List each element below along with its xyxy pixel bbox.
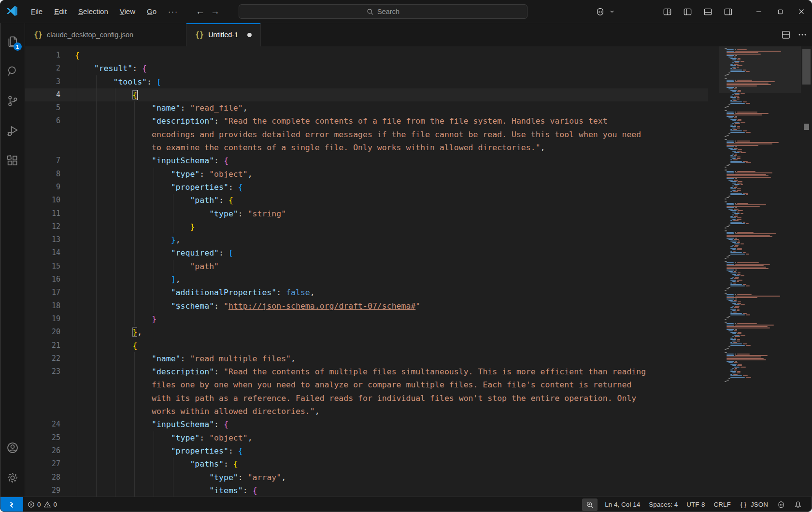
- copilot-status-icon[interactable]: [772, 497, 790, 512]
- cursor-position[interactable]: Ln 4, Col 14: [600, 497, 644, 512]
- indent-guide: [134, 313, 135, 326]
- code-row[interactable]: 3 "tools": [: [25, 75, 708, 88]
- menu-selection[interactable]: Selection: [73, 5, 113, 17]
- code-row[interactable]: 23 "description": "Read the contents of …: [25, 365, 708, 378]
- menu-overflow-icon[interactable]: ···: [163, 5, 183, 17]
- close-button[interactable]: [791, 0, 812, 23]
- code-row[interactable]: 11 "type": "string": [25, 207, 708, 220]
- menu-file[interactable]: File: [26, 5, 47, 17]
- code-row[interactable]: 21 {: [25, 339, 708, 352]
- code-row[interactable]: 14 "required": [: [25, 246, 708, 259]
- code-row[interactable]: 13 },: [25, 233, 708, 246]
- command-center-search[interactable]: Search: [239, 4, 527, 19]
- code-row[interactable]: 18 "$schema": "http://json-schema.org/dr…: [25, 299, 708, 313]
- code-row[interactable]: 4 {: [25, 88, 708, 101]
- indent-guide: [154, 260, 154, 273]
- code-row[interactable]: 15 "path": [25, 260, 708, 273]
- run-debug-icon[interactable]: [0, 116, 25, 146]
- indent-guide: [96, 154, 97, 167]
- indent-guide: [96, 313, 97, 326]
- account-icon[interactable]: [0, 433, 25, 463]
- remote-indicator[interactable]: [0, 497, 23, 512]
- code-row[interactable]: 24 "inputSchema": {: [25, 418, 708, 431]
- minimap[interactable]: [719, 46, 801, 497]
- toggle-secondary-sidebar-icon[interactable]: [720, 4, 736, 19]
- encoding-indicator[interactable]: UTF-8: [682, 497, 709, 512]
- line-number: 4: [25, 88, 69, 101]
- eol-indicator[interactable]: CRLF: [709, 497, 735, 512]
- navigate-back-icon[interactable]: ←: [196, 6, 205, 17]
- notifications-bell-icon[interactable]: [790, 497, 806, 512]
- menu-view[interactable]: View: [115, 5, 140, 17]
- menu-edit[interactable]: Edit: [49, 5, 71, 17]
- scrollbar-thumb[interactable]: [802, 49, 811, 85]
- settings-gear-icon[interactable]: [0, 463, 25, 493]
- scrollbar[interactable]: [801, 46, 812, 497]
- indent-guide: [96, 457, 97, 470]
- line-number: 11: [25, 207, 69, 220]
- line-number: [25, 378, 69, 391]
- line-number: 14: [25, 246, 69, 259]
- language-indicator[interactable]: {} JSON: [735, 497, 772, 512]
- code-row[interactable]: 16 ],: [25, 273, 708, 286]
- indent-guide: [77, 405, 77, 418]
- code-row[interactable]: 19 }: [25, 313, 708, 326]
- code-row[interactable]: 9 "properties": {: [25, 181, 708, 194]
- code-row[interactable]: encodings and provides detailed error me…: [25, 128, 708, 141]
- code-row[interactable]: 10 "path": {: [25, 194, 708, 207]
- code-row[interactable]: 6 "description": "Read the complete cont…: [25, 114, 708, 128]
- problems-indicator[interactable]: 0 0: [23, 497, 61, 512]
- indent-guide: [96, 392, 97, 405]
- line-number: 6: [25, 114, 69, 128]
- extensions-icon[interactable]: [0, 146, 25, 176]
- code-row[interactable]: 17 "additionalProperties": false,: [25, 286, 708, 299]
- indent-guide: [115, 339, 115, 352]
- indent-guide: [115, 207, 115, 220]
- code-row[interactable]: 12 }: [25, 220, 708, 233]
- indent-guide: [115, 233, 115, 246]
- toggle-panel-icon[interactable]: [700, 4, 715, 19]
- code-row[interactable]: 2 "result": {: [25, 62, 708, 75]
- source-control-icon[interactable]: [0, 86, 25, 116]
- split-editor-icon[interactable]: [781, 30, 791, 40]
- explorer-icon[interactable]: 1: [0, 26, 25, 56]
- line-number: [25, 128, 69, 141]
- code-row[interactable]: 29 "items": {: [25, 484, 708, 497]
- indentation-indicator[interactable]: Spaces: 4: [644, 497, 682, 512]
- code-row[interactable]: with its path as a reference. Failed rea…: [25, 392, 708, 405]
- line-number: 1: [25, 49, 69, 62]
- chevron-down-icon[interactable]: [609, 9, 615, 14]
- navigate-forward-icon[interactable]: →: [211, 6, 220, 17]
- customize-layout-icon[interactable]: [659, 4, 675, 19]
- indent-guide: [154, 431, 154, 444]
- code-row[interactable]: works within allowed directories.",: [25, 405, 708, 418]
- unsaved-dot-icon[interactable]: [247, 33, 252, 37]
- tab-claude-desktop-config[interactable]: {} claude_desktop_config.json: [25, 23, 186, 46]
- zoom-indicator[interactable]: [582, 498, 598, 511]
- code-row[interactable]: 25 "type": "object",: [25, 431, 708, 444]
- toggle-primary-sidebar-icon[interactable]: [680, 4, 695, 19]
- indent-guide: [115, 431, 115, 444]
- code-row[interactable]: 26 "properties": {: [25, 444, 708, 457]
- copilot-icon[interactable]: [592, 4, 608, 19]
- minimize-button[interactable]: [748, 0, 769, 23]
- code-row[interactable]: 22 "name": "read_multiple_files",: [25, 352, 708, 365]
- code-row[interactable]: 8 "type": "object",: [25, 168, 708, 181]
- code-row[interactable]: 5 "name": "read_file",: [25, 101, 708, 114]
- indent-guide: [77, 299, 77, 313]
- indent-guide: [115, 88, 115, 101]
- code-row[interactable]: 7 "inputSchema": {: [25, 154, 708, 167]
- code-row[interactable]: to examine the contents of a single file…: [25, 141, 708, 154]
- code-row[interactable]: 20 },: [25, 326, 708, 339]
- code-row[interactable]: 27 "paths": {: [25, 457, 708, 470]
- code-editor[interactable]: 1{2 "result": {3 "tools": [4 {5 "name": …: [25, 46, 812, 497]
- code-row[interactable]: files one by one when you need to analyz…: [25, 378, 708, 391]
- tab-untitled-1[interactable]: {} Untitled-1: [186, 23, 261, 46]
- code-row[interactable]: 28 "type": "array",: [25, 471, 708, 484]
- search-view-icon[interactable]: [0, 56, 25, 86]
- editor-more-actions-icon[interactable]: [798, 30, 807, 40]
- line-number: 7: [25, 154, 69, 167]
- code-row[interactable]: 1{: [25, 49, 708, 62]
- maximize-button[interactable]: [769, 0, 791, 23]
- menu-go[interactable]: Go: [142, 5, 161, 17]
